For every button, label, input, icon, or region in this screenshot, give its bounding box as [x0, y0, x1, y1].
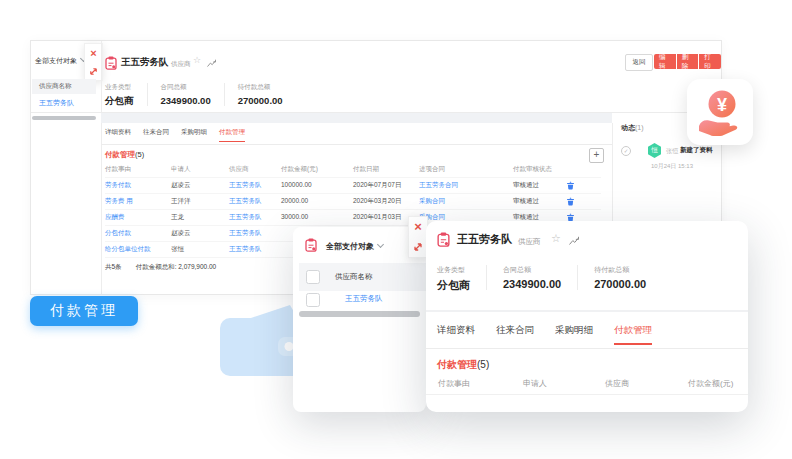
print-button[interactable]: 打印 [699, 54, 721, 69]
table-header-row: 付款事由申请人供应商付款金额(元)付款日期进项合同付款审核状态 [105, 161, 601, 178]
summary-item: 业务类型分包商 [105, 83, 147, 108]
cell-text: 30000.00 [281, 209, 308, 225]
trend-share-icon[interactable] [207, 59, 216, 67]
summary-item: 合同总额2349900.00 [147, 83, 224, 106]
supplier-column-header: 供应商名称 [39, 82, 72, 91]
cell-text: 2020年03月20日 [353, 193, 401, 209]
table-footer: 共5条付款金额总和: 2,079,900.00 [105, 257, 216, 277]
summary-value: 分包商 [105, 95, 134, 108]
clipboard-icon [105, 56, 117, 70]
column-header: 付款事由 [438, 373, 470, 394]
summary-label: 合同总额 [161, 83, 211, 92]
popup-supplier-detail: 王五劳务队 供应商 ☆ 业务类型分包商合同总额2349900.00待付款总额27… [426, 221, 748, 412]
cell-text: 赵凌云 [171, 225, 191, 241]
supplier-tag: 供应商 [171, 60, 191, 69]
summary-value: 分包商 [437, 278, 470, 293]
clipboard-icon [437, 232, 450, 247]
detail-tabs: 详细资料往来合同采购明细付款管理 [105, 128, 245, 142]
cell-link[interactable]: 王五劳务合同 [419, 177, 458, 193]
column-header: 付款事由 [105, 161, 131, 177]
summary-label: 业务类型 [437, 265, 470, 275]
close-icon[interactable]: × [90, 48, 96, 59]
cell-link[interactable]: 应酬费 [105, 209, 125, 225]
cell-text: 王龙 [171, 209, 184, 225]
footer-count: 共5条 [105, 263, 122, 270]
check-circle-icon: ✓ [621, 146, 631, 156]
popup-controls: × [408, 216, 428, 258]
column-header: 供应商 [605, 373, 629, 394]
section-count: (5) [477, 359, 489, 370]
cell-link[interactable]: 劳务付款 [105, 177, 131, 193]
section-title-text: 付款管理 [105, 150, 135, 159]
section-title: 付款管理(5) [105, 150, 144, 160]
cell-link[interactable]: 王五劳务队 [229, 241, 262, 257]
cell-link[interactable]: 王五劳务队 [229, 225, 262, 241]
yen-hand-icon: ¥ [687, 79, 753, 145]
cell-text: 王洋洋 [171, 193, 191, 209]
trend-share-icon[interactable] [569, 236, 579, 245]
section-title: 付款管理(5) [437, 358, 489, 372]
column-header: 付款金额(元) [688, 373, 733, 394]
payment-table-header: 付款事由申请人供应商付款金额(元) [426, 373, 748, 395]
section-count: (5) [135, 150, 144, 159]
star-icon[interactable]: ☆ [193, 55, 201, 65]
cell-link[interactable]: 采购合同 [419, 193, 445, 209]
cell-text: 2020年07月07日 [353, 177, 401, 193]
edit-button[interactable]: 编辑 [654, 54, 676, 69]
content-gap [101, 113, 612, 123]
cell-link[interactable]: 分包付款 [105, 225, 131, 241]
tab-付款管理[interactable]: 付款管理 [219, 128, 245, 142]
select-all-checkbox[interactable] [306, 270, 320, 284]
summary-label: 待付款总额 [238, 83, 283, 92]
cell-text: 审核通过 [513, 177, 539, 193]
tab-详细资料[interactable]: 详细资料 [437, 324, 475, 345]
summary-stats: 业务类型分包商合同总额2349900.00待付款总额270000.00 [437, 265, 662, 293]
star-icon[interactable]: ☆ [551, 232, 561, 245]
pay-target-dropdown-label: 全部支付对象 [35, 57, 77, 64]
summary-item: 业务类型分包商 [437, 265, 486, 293]
column-header: 申请人 [171, 161, 191, 177]
cell-link[interactable]: 给分包单位付款 [105, 241, 151, 257]
detail-tabs: 详细资料往来合同采购明细付款管理 [437, 324, 652, 345]
cell-link[interactable]: 劳务费 用 [105, 193, 133, 209]
page-canvas: 全部支付对象 × 供应商名称 王五劳务队 王五劳务队 供应商 ☆ 返回 编辑 删… [0, 0, 792, 459]
expand-icon[interactable] [88, 66, 99, 77]
expand-icon[interactable] [412, 241, 424, 253]
back-button[interactable]: 返回 [625, 54, 653, 71]
tab-采购明细[interactable]: 采购明细 [181, 128, 207, 142]
chevron-down-icon [377, 241, 384, 248]
column-header: 申请人 [523, 373, 547, 394]
activity-title-text: 动态 [621, 124, 635, 131]
popup-horizontal-scrollbar[interactable] [299, 311, 420, 317]
tab-详细资料[interactable]: 详细资料 [105, 128, 131, 142]
activity-title: 动态(1) [621, 123, 644, 133]
clipboard-icon [305, 238, 317, 252]
supplier-tag: 供应商 [518, 237, 541, 247]
tab-采购明细[interactable]: 采购明细 [555, 324, 593, 345]
activity-time: 10月24日 15:13 [651, 162, 693, 171]
popup-list-header-row: 供应商名称 [299, 263, 426, 291]
column-header: 付款日期 [353, 161, 379, 177]
close-icon[interactable]: × [414, 221, 422, 232]
left-panel-scrollbar[interactable] [32, 116, 96, 120]
delete-button[interactable]: 删除 [677, 54, 699, 69]
popup-supplier-link[interactable]: 王五劳务队 [345, 294, 383, 304]
tab-往来合同[interactable]: 往来合同 [496, 324, 534, 345]
tab-往来合同[interactable]: 往来合同 [143, 128, 169, 142]
activity-action: 新建了资料 [680, 146, 713, 155]
activity-count: (1) [635, 124, 644, 131]
supplier-list-item[interactable]: 王五劳务队 [39, 98, 74, 108]
pay-target-dropdown[interactable]: 全部支付对象 [35, 56, 86, 66]
cell-text: 赵凌云 [171, 177, 191, 193]
tab-付款管理[interactable]: 付款管理 [614, 324, 652, 345]
row-checkbox[interactable] [306, 293, 320, 307]
column-header: 付款审核状态 [513, 161, 552, 177]
summary-value: 2349900.00 [161, 95, 211, 106]
cell-link[interactable]: 王五劳务队 [229, 209, 262, 225]
cell-link[interactable]: 王五劳务队 [229, 177, 262, 193]
column-header: 付款金额(元) [281, 161, 318, 177]
page-title: 王五劳务队 [121, 56, 169, 69]
feature-badge: 付款管理 [30, 296, 138, 326]
popup-list-dropdown[interactable]: 全部支付对象 [326, 241, 383, 252]
cell-link[interactable]: 王五劳务队 [229, 193, 262, 209]
